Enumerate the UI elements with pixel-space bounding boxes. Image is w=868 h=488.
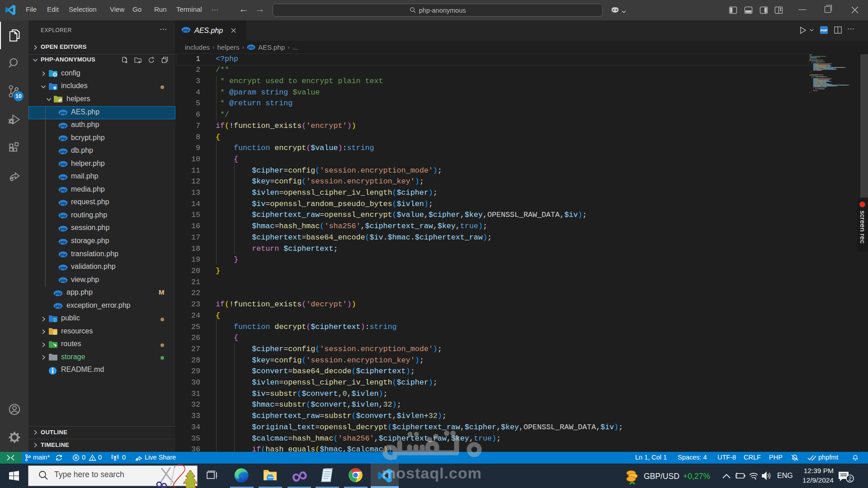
svg-text:php: php <box>60 111 66 115</box>
svg-text:php: php <box>60 136 66 141</box>
svg-text:php: php <box>60 201 66 205</box>
svg-text:php: php <box>248 45 254 49</box>
svg-text:php: php <box>60 149 66 153</box>
svg-text:php: php <box>60 123 66 127</box>
svg-text:php: php <box>60 227 66 231</box>
svg-text:php: php <box>60 265 66 269</box>
svg-text:php: php <box>60 253 66 257</box>
svg-text:php: php <box>60 162 66 166</box>
svg-text:php: php <box>55 291 61 295</box>
svg-text:php: php <box>60 175 66 179</box>
svg-text:php: php <box>60 239 66 244</box>
svg-text:php: php <box>60 214 66 218</box>
svg-text:php: php <box>55 304 61 308</box>
svg-text:php: php <box>183 28 189 32</box>
svg-text:php: php <box>60 188 66 192</box>
svg-text:PHP: PHP <box>821 28 828 33</box>
svg-text:2: 2 <box>849 476 852 482</box>
svg-text:php: php <box>60 278 66 282</box>
